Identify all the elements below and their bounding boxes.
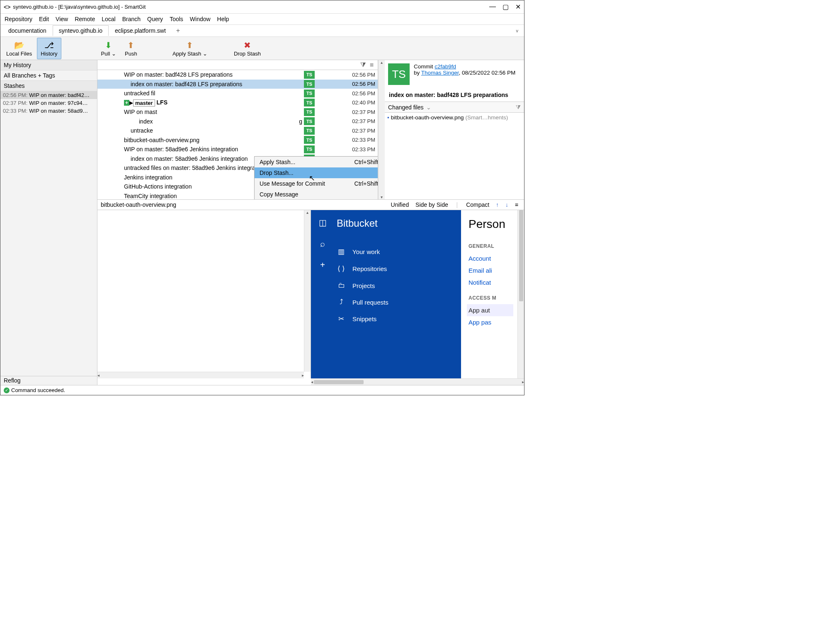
- menu-repository[interactable]: Repository: [2, 15, 35, 23]
- stash-item[interactable]: 02:33 PM:WIP on master: 58ad9…: [0, 107, 97, 115]
- snippets-icon: ✂: [337, 315, 346, 323]
- push-button[interactable]: ⬆Push: [121, 38, 141, 59]
- left-panel: My History All Branches + Tags Stashes 0…: [0, 60, 97, 385]
- log-row[interactable]: +▶master LFSTS02:40 PM: [97, 98, 378, 108]
- local-files-button[interactable]: 📂Local Files: [3, 38, 35, 59]
- status-ok-icon: ✓: [4, 387, 10, 393]
- all-branches-header[interactable]: All Branches + Tags: [0, 70, 97, 81]
- context-menu[interactable]: Apply Stash...Ctrl+Shift+SDrop Stash...U…: [254, 156, 378, 199]
- statusbar: ✓ Command succeeded.: [0, 385, 524, 395]
- ctx-copy-message[interactable]: Copy Message: [255, 189, 378, 199]
- commit-details: TS Commit c2fab9fd by Thomas Singer, 08/…: [385, 60, 524, 199]
- filter-icon[interactable]: ⧩: [360, 61, 366, 69]
- menu-tools[interactable]: Tools: [167, 15, 186, 23]
- menu-icon[interactable]: ≡: [370, 61, 374, 69]
- menubar[interactable]: RepositoryEditViewRemoteLocalBranchQuery…: [0, 14, 524, 24]
- tab-eclipse-platform-swt[interactable]: eclipse.platform.swt: [109, 25, 172, 36]
- bb-repositories[interactable]: ⟨ ⟩Repositories: [334, 260, 461, 277]
- commit-log[interactable]: ⧩ ≡ WIP on master: badf428 LFS preparati…: [97, 60, 378, 199]
- log-row[interactable]: index on master: badf428 LFS preparation…: [97, 80, 378, 89]
- drop-stash-button[interactable]: ✖Drop Stash: [231, 38, 264, 59]
- log-row[interactable]: indexgTS02:37 PM: [97, 117, 378, 126]
- bb-pull-requests[interactable]: ⤴Pull requests: [334, 294, 461, 310]
- menu-window[interactable]: Window: [187, 15, 213, 23]
- diff-left-scrollbar[interactable]: ▴: [304, 210, 311, 372]
- diff-filename: bitbucket-oauth-overview.png: [101, 201, 388, 208]
- filter-icon[interactable]: ⧩: [516, 104, 521, 111]
- app-icon: <>: [4, 4, 10, 10]
- settings-title: Person: [469, 218, 513, 231]
- menu-icon[interactable]: ≡: [512, 201, 521, 208]
- repo-tabs[interactable]: documentationsyntevo.github.ioeclipse.pl…: [0, 24, 524, 37]
- apply-stash-button[interactable]: ⬆Apply Stash ⌄: [169, 38, 211, 59]
- changed-files-header[interactable]: Changed files: [388, 104, 424, 111]
- titlebar: <> syntevo.github.io - [E:\java\syntevo.…: [0, 0, 524, 14]
- down-arrow-icon[interactable]: ↓: [503, 201, 511, 208]
- log-row[interactable]: WIP on master: 58ad9e6 Jenkins integrati…: [97, 145, 378, 154]
- status-text: Command succeeded.: [11, 387, 65, 393]
- diff-right-scrollbar[interactable]: [517, 210, 524, 378]
- minimize-button[interactable]: —: [489, 3, 496, 11]
- graph-icon: ⎇: [44, 40, 54, 51]
- close-button[interactable]: ✕: [515, 3, 521, 11]
- search-icon[interactable]: ⌕: [320, 239, 325, 249]
- sbs-mode[interactable]: Side by Side: [413, 201, 451, 208]
- bb-snippets[interactable]: ✂Snippets: [334, 310, 461, 327]
- tab-documentation[interactable]: documentation: [2, 25, 53, 36]
- menu-local[interactable]: Local: [99, 15, 118, 23]
- menu-branch[interactable]: Branch: [120, 15, 143, 23]
- menu-query[interactable]: Query: [145, 15, 165, 23]
- bitbucket-logo-icon: ◫: [319, 218, 327, 228]
- commit-hash-link[interactable]: c2fab9fd: [435, 63, 456, 70]
- unified-mode[interactable]: Unified: [388, 201, 412, 208]
- settings-link[interactable]: App aut: [467, 304, 513, 316]
- up-arrow-icon[interactable]: ↑: [493, 201, 501, 208]
- menu-remote[interactable]: Remote: [72, 15, 97, 23]
- bb-your-work[interactable]: ▥Your work: [334, 243, 461, 260]
- plus-icon[interactable]: +: [320, 260, 325, 270]
- changed-file[interactable]: ▪bitbucket-oauth-overview.png (Smart…hme…: [387, 114, 522, 121]
- menu-view[interactable]: View: [53, 15, 70, 23]
- bb-projects[interactable]: 🗀Projects: [334, 277, 461, 294]
- settings-link[interactable]: Account: [469, 252, 513, 264]
- tab-overflow[interactable]: v: [512, 28, 523, 33]
- chevron-down-icon[interactable]: ⌄: [426, 104, 431, 111]
- file-icon: ▪: [387, 114, 389, 121]
- pull-requests-icon: ⤴: [337, 298, 346, 306]
- stash-item[interactable]: 02:56 PM:WIP on master: badf42…: [0, 91, 97, 99]
- menu-edit[interactable]: Edit: [36, 15, 51, 23]
- author-link[interactable]: Thomas Singer: [421, 70, 459, 76]
- diff-right-hscroll[interactable]: ◂▸: [311, 378, 524, 385]
- settings-link[interactable]: App pas: [469, 316, 513, 328]
- drop-stash-icon: ✖: [244, 40, 251, 51]
- stash-item[interactable]: 02:37 PM:WIP on master: 97c94…: [0, 99, 97, 107]
- ctx-use-message-for-commit[interactable]: Use Message for CommitCtrl+Shift+K: [255, 178, 378, 189]
- pull-button[interactable]: ⬇Pull ⌄: [98, 38, 119, 59]
- diff-left-pane: ▴ ◂▸: [97, 210, 311, 378]
- log-row[interactable]: bitbucket-oauth-overview.pngTS02:33 PM: [97, 136, 378, 145]
- menu-help[interactable]: Help: [215, 15, 232, 23]
- compact-mode[interactable]: Compact: [464, 201, 492, 208]
- diff-left-hscroll[interactable]: ◂▸: [97, 372, 304, 378]
- settings-preview: Person GENERAL AccountEmail aliNotificat…: [461, 210, 517, 378]
- ctx-drop-stash-[interactable]: Drop Stash...: [255, 167, 378, 178]
- log-row[interactable]: WIP on mastTS02:37 PM: [97, 107, 378, 117]
- log-row[interactable]: WIP on master: badf428 LFS preparationsT…: [97, 70, 378, 80]
- log-row[interactable]: untrackeTS02:37 PM: [97, 126, 378, 136]
- settings-link[interactable]: Notificat: [469, 276, 513, 288]
- history-button[interactable]: ⎇History: [37, 38, 61, 59]
- maximize-button[interactable]: ▢: [503, 3, 509, 11]
- my-history-header[interactable]: My History: [0, 60, 97, 70]
- window-title: syntevo.github.io - [E:\java\syntevo.git…: [13, 4, 489, 10]
- stashes-header[interactable]: Stashes: [0, 81, 97, 91]
- settings-link[interactable]: Email ali: [469, 264, 513, 276]
- log-row[interactable]: untracked filTS02:56 PM: [97, 89, 378, 98]
- ctx-apply-stash-[interactable]: Apply Stash...Ctrl+Shift+S: [255, 157, 378, 167]
- tab-add[interactable]: +: [172, 27, 184, 34]
- repositories-icon: ⟨ ⟩: [337, 264, 346, 273]
- avatar: TS: [388, 63, 410, 85]
- reflog-header[interactable]: Reflog: [0, 376, 97, 385]
- tab-syntevo-github-io[interactable]: syntevo.github.io: [53, 25, 109, 36]
- log-scrollbar[interactable]: ▴▾: [378, 60, 385, 199]
- apply-stash-icon: ⬆: [186, 40, 193, 51]
